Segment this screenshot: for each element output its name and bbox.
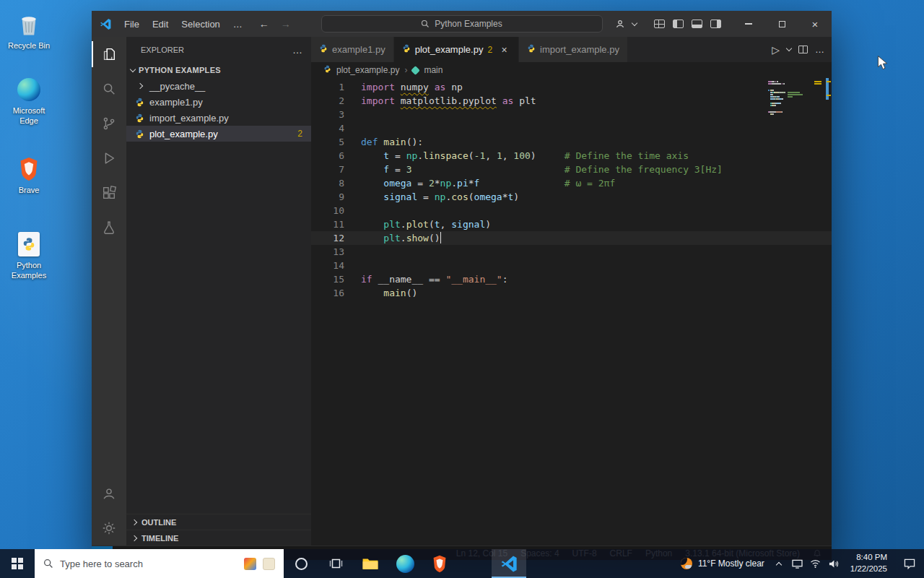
- tab-import-example[interactable]: import_example.py: [519, 37, 628, 62]
- line-content: f = 3 # Define the frequency 3[Hz]: [361, 163, 723, 176]
- tree-item-example1[interactable]: example1.py: [126, 94, 311, 110]
- command-center-search[interactable]: Python Examples: [321, 15, 603, 33]
- file-explorer-button[interactable]: [353, 549, 388, 578]
- outline-panel-header[interactable]: OUTLINE: [126, 514, 311, 530]
- minimap-line: [768, 81, 821, 82]
- folder-icon: [362, 557, 379, 571]
- tab-close-button[interactable]: ×: [498, 44, 510, 56]
- tree-item-pycache[interactable]: __pycache__: [126, 78, 311, 94]
- code-line-11[interactable]: 11 plt.plot(t, signal): [311, 217, 832, 231]
- tab-example1[interactable]: example1.py: [311, 37, 394, 62]
- line-content: omega = 2*np.pi*f # ω = 2πf: [361, 176, 615, 190]
- brave-taskbar-button[interactable]: [422, 549, 457, 578]
- code-line-4[interactable]: 4: [311, 121, 832, 135]
- desktop-icon-recycle-bin[interactable]: Recycle Bin: [3, 12, 55, 51]
- code-lines[interactable]: 1import numpy as np2import matplotlib.py…: [311, 78, 832, 545]
- minimize-button[interactable]: [732, 11, 765, 37]
- back-button[interactable]: ←: [259, 18, 269, 30]
- code-line-12[interactable]: 12 plt.show(): [311, 231, 832, 245]
- editor-more-actions-button[interactable]: …: [815, 44, 824, 55]
- timeline-panel-header[interactable]: TIMELINE: [126, 530, 311, 545]
- start-button[interactable]: [0, 549, 35, 578]
- menu-edit[interactable]: Edit: [146, 11, 175, 37]
- menu-file[interactable]: File: [118, 11, 146, 37]
- vscode-taskbar-button[interactable]: [492, 549, 526, 578]
- code-line-10[interactable]: 10: [311, 204, 832, 217]
- clock[interactable]: 8:40 PM 1/22/2025: [842, 549, 895, 578]
- breadcrumb-symbol[interactable]: main: [424, 65, 443, 75]
- split-editor-button[interactable]: [798, 46, 808, 53]
- toggle-sidebar-left-button[interactable]: [668, 14, 687, 33]
- menu-overflow[interactable]: …: [227, 11, 249, 37]
- workspace-section-header[interactable]: PYTHON EXAMPLES: [126, 62, 311, 78]
- editor-body[interactable]: 1import numpy as np2import matplotlib.py…: [311, 78, 832, 545]
- task-view-button[interactable]: [318, 549, 353, 578]
- source-control-icon[interactable]: [92, 106, 126, 141]
- code-line-8[interactable]: 8 omega = 2*np.pi*f # ω = 2πf: [311, 176, 832, 190]
- code-line-7[interactable]: 7 f = 3 # Define the frequency 3[Hz]: [311, 163, 832, 176]
- code-line-1[interactable]: 1import numpy as np: [311, 80, 832, 94]
- desktop-icon-edge[interactable]: Microsoft Edge: [3, 77, 55, 126]
- python-file-icon: [134, 113, 146, 123]
- action-center-button[interactable]: [895, 549, 924, 578]
- editor-group: example1.py plot_example.py 2 × import_e…: [311, 37, 832, 545]
- network-wifi-icon[interactable]: [806, 549, 824, 578]
- edge-taskbar-button[interactable]: [388, 549, 422, 578]
- account-dropdown[interactable]: [611, 14, 629, 33]
- display-tray-icon[interactable]: [788, 549, 806, 578]
- command-center-label: Python Examples: [435, 19, 502, 29]
- hidden-icons-button[interactable]: [770, 549, 788, 578]
- cortana-icon: [295, 558, 308, 570]
- cortana-button[interactable]: [284, 549, 318, 578]
- code-line-2[interactable]: 2import matplotlib.pyplot as plt: [311, 94, 832, 108]
- desktop-icon-label: Python Examples: [3, 261, 55, 281]
- tree-item-import-example[interactable]: import_example.py: [126, 110, 311, 126]
- tree-item-plot-example[interactable]: plot_example.py 2: [126, 126, 311, 142]
- tab-problems-badge: 2: [487, 45, 492, 55]
- code-line-15[interactable]: 15if __name__ == "__main__":: [311, 272, 832, 286]
- maximize-button[interactable]: [765, 11, 798, 37]
- settings-gear-icon[interactable]: [92, 511, 126, 545]
- breadcrumb-file[interactable]: plot_example.py: [336, 65, 399, 75]
- run-python-file-button[interactable]: ▷: [772, 44, 780, 56]
- account-icon[interactable]: [92, 476, 126, 511]
- weather-widget[interactable]: 11°F Mostly clear: [675, 549, 770, 578]
- weather-icon: [681, 558, 692, 569]
- layout-grid-button[interactable]: [650, 14, 668, 33]
- code-line-6[interactable]: 6 t = np.linspace(-1, 1, 100) # Define t…: [311, 149, 832, 163]
- forward-button[interactable]: →: [281, 18, 291, 30]
- run-debug-icon[interactable]: [92, 141, 126, 176]
- toggle-sidebar-right-button[interactable]: [706, 14, 725, 33]
- toggle-panel-button[interactable]: [687, 14, 706, 33]
- taskbar-search[interactable]: Type here to search: [35, 549, 284, 578]
- symbol-method-icon: [411, 66, 421, 75]
- code-line-14[interactable]: 14: [311, 259, 832, 272]
- testing-icon[interactable]: [92, 210, 126, 245]
- line-number: 11: [311, 217, 344, 231]
- desktop-icon-brave[interactable]: Brave: [3, 156, 55, 196]
- overview-ruler[interactable]: [822, 78, 832, 545]
- code-line-9[interactable]: 9 signal = np.cos(omega*t): [311, 190, 832, 204]
- line-number: 15: [311, 272, 344, 286]
- close-button[interactable]: ×: [798, 11, 832, 37]
- menu-selection[interactable]: Selection: [175, 11, 226, 37]
- vscode-window: File Edit Selection … ← → Python Example…: [92, 11, 832, 560]
- volume-icon[interactable]: [824, 549, 842, 578]
- extensions-icon[interactable]: [92, 176, 126, 210]
- tab-plot-example[interactable]: plot_example.py 2 ×: [394, 37, 519, 62]
- code-line-13[interactable]: 13: [311, 245, 832, 259]
- code-line-3[interactable]: 3: [311, 108, 832, 121]
- code-line-16[interactable]: 16 main(): [311, 286, 832, 300]
- run-dropdown-chevron-icon[interactable]: [786, 46, 792, 51]
- line-number: 9: [311, 190, 344, 204]
- code-line-5[interactable]: 5def main():: [311, 135, 832, 149]
- search-highlight-icon-2[interactable]: [263, 558, 275, 570]
- desktop-icon-python-examples[interactable]: Python Examples: [3, 231, 55, 281]
- explorer-icon[interactable]: [92, 37, 126, 72]
- search-icon: [421, 20, 430, 28]
- search-sidebar-icon[interactable]: [92, 72, 126, 106]
- search-highlight-icon[interactable]: [244, 558, 256, 570]
- minimap-line: [768, 113, 821, 115]
- minimap[interactable]: [768, 81, 821, 116]
- explorer-actions-button[interactable]: …: [292, 44, 302, 56]
